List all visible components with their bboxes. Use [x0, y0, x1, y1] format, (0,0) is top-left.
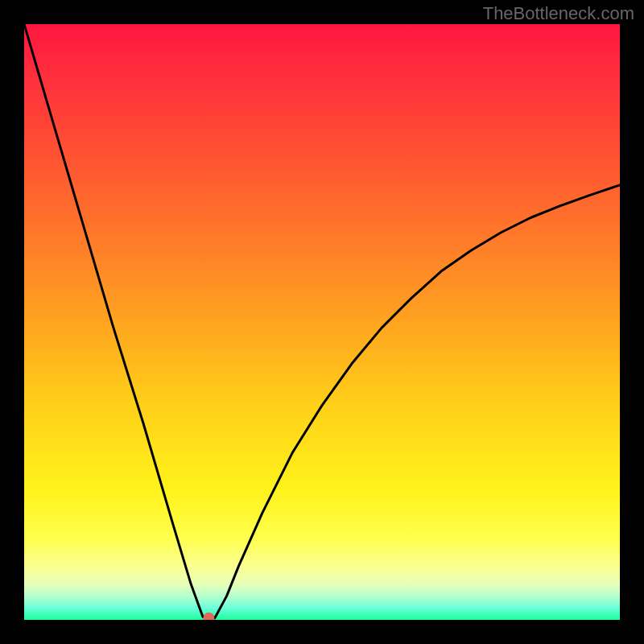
plot-area — [24, 24, 620, 620]
bottleneck-curve — [24, 24, 620, 618]
minimum-marker — [203, 613, 214, 620]
watermark: TheBottleneck.com — [483, 3, 634, 24]
curve-layer — [24, 24, 620, 620]
chart-frame: TheBottleneck.com — [0, 0, 644, 644]
